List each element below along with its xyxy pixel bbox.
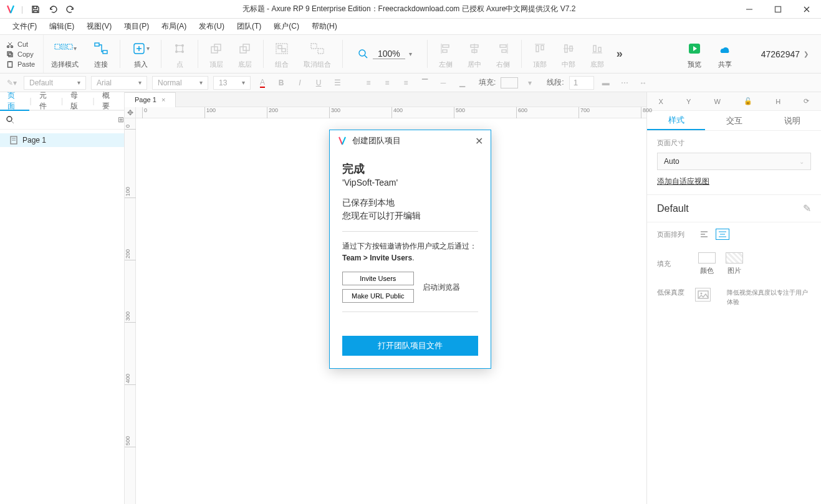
svg-rect-12 [95,43,99,46]
window-minimize-button[interactable] [735,0,764,19]
tab-outline[interactable]: 概要 [95,92,124,110]
svg-point-29 [359,50,365,56]
align-left-button[interactable]: 左侧 [431,35,460,73]
insert-button[interactable]: ▾ 插入 [124,35,157,73]
dist-bottom-button[interactable]: 底部 [583,35,612,73]
align-center-button[interactable]: 居中 [460,35,489,73]
italic-icon[interactable]: I [293,76,307,90]
close-tab-icon[interactable]: × [161,96,165,103]
tab-masters[interactable]: 母版 [63,92,92,110]
font-color-icon[interactable]: A [256,76,269,90]
dist-top-button[interactable]: 顶部 [526,35,554,73]
menu-arrange[interactable]: 布局(A) [155,19,193,34]
rp-tab-interact[interactable]: 交互 [705,111,763,130]
weight-select[interactable]: Normal▾ [152,76,208,90]
line-color-icon[interactable]: ▬ [599,76,613,90]
bullets-icon[interactable]: ☰ [330,76,344,90]
menu-help[interactable]: 帮助(H) [305,19,343,34]
dialog-team-name: 'VipSoft-Team' [342,178,478,188]
arrow-icon[interactable]: ↔ [636,76,650,90]
cut-button[interactable]: Cut [0,39,43,49]
edit-style-icon[interactable]: ✎ [803,202,811,214]
preview-button[interactable]: 预览 [679,39,709,69]
window-maximize-button[interactable] [764,0,792,19]
menu-file[interactable]: 文件(F) [6,19,43,34]
rotate-icon[interactable]: ⟳ [804,97,809,105]
color-swatch[interactable] [698,252,716,264]
rp-tab-style[interactable]: 样式 [647,111,705,130]
page-size-select[interactable]: Auto⌄ [657,153,811,170]
menu-account[interactable]: 账户(C) [267,19,305,34]
font-select[interactable]: Arial▾ [91,76,147,90]
align-left-icon[interactable]: ≡ [362,76,375,90]
open-team-project-button[interactable]: 打开团队项目文件 [342,336,478,356]
zoom-value[interactable]: 100% [373,49,405,59]
share-button[interactable]: 共享 [709,39,741,69]
fill-more-icon[interactable]: ▾ [523,76,537,90]
page-tab[interactable]: Page 1 × [125,92,176,107]
save-icon[interactable] [28,2,43,17]
copy-button[interactable]: Copy [0,49,43,59]
svg-point-2 [7,45,9,47]
ruler-corner[interactable]: ✥ [125,107,136,118]
size-select[interactable]: 13▾ [213,76,251,90]
tab-pages[interactable]: 页面 [0,92,29,111]
rp-tab-notes[interactable]: 说明 [763,111,821,130]
page-search-input[interactable] [19,116,113,125]
zoom-control[interactable]: 100%▾ [347,35,423,73]
menu-project[interactable]: 项目(P) [118,19,155,34]
ruler-horizontal[interactable]: 0 100 200 300 400 500 600 700 800 [136,107,646,118]
paint-format-icon[interactable]: ✎▾ [5,76,19,90]
account-button[interactable]: 47262947❯ [749,49,821,59]
fill-swatch[interactable] [501,77,518,88]
point-button[interactable]: 点 [165,35,194,73]
right-panel: XY W 🔓 H ⟳ 样式 交互 说明 页面尺寸 Auto⌄ 添加自适应视图 D… [646,92,821,504]
menu-view[interactable]: 视图(V) [80,19,118,34]
title-bar: | 无标题 - Axure RP 9 Enterprise Edition：Fr… [0,0,821,19]
select-mode-button[interactable]: ▾ 选择模式 [44,35,86,73]
redo-icon[interactable] [63,2,78,17]
svg-rect-27 [311,44,317,49]
menu-publish[interactable]: 发布(U) [193,19,231,34]
underline-icon[interactable]: U [312,76,325,90]
undo-icon[interactable] [46,2,60,17]
ruler-vertical[interactable]: 0 100 200 300 400 500 [125,118,136,504]
image-swatch[interactable] [726,252,743,264]
page-align-left-icon[interactable] [698,229,712,240]
menu-team[interactable]: 团队(T) [231,19,267,34]
window-close-button[interactable] [792,0,821,19]
valign-mid-icon[interactable]: ─ [436,76,450,90]
dist-middle-button[interactable]: 中部 [554,35,583,73]
valign-bot-icon[interactable]: ▁ [455,76,469,90]
toolbar-overflow-button[interactable]: » [612,35,628,73]
lock-icon[interactable]: 🔓 [744,97,752,105]
make-url-public-button[interactable]: Make URL Public [342,289,414,303]
ungroup-button[interactable]: 取消组合 [296,35,338,73]
menu-edit[interactable]: 编辑(E) [43,19,80,34]
page-tree-item[interactable]: Page 1 [0,133,124,147]
page-align-center-icon[interactable] [716,229,729,240]
style-select[interactable]: Default▾ [24,76,86,90]
connect-button[interactable]: 连接 [86,35,116,73]
group-button[interactable]: 组合 [267,35,296,73]
dialog-close-button[interactable]: ✕ [475,135,483,147]
align-right-icon[interactable]: ≡ [399,76,413,90]
align-right-button[interactable]: 右侧 [489,35,517,73]
add-page-icon[interactable]: ⊞ [118,115,124,125]
svg-rect-26 [282,49,286,52]
valign-top-icon[interactable]: ▔ [418,76,431,90]
create-team-dialog: 创建团队项目 ✕ 完成 'VipSoft-Team' 已保存到本地 您现在可以打… [329,130,491,369]
lofi-icon[interactable] [695,288,711,302]
bottom-layer-button[interactable]: 底层 [231,35,259,73]
menu-bar: 文件(F) 编辑(E) 视图(V) 项目(P) 布局(A) 发布(U) 团队(T… [0,19,821,35]
tab-widgets[interactable]: 元件 [32,92,61,110]
adaptive-view-link[interactable]: 添加自适应视图 [657,176,709,187]
page-size-label: 页面尺寸 [657,138,811,148]
invite-users-button[interactable]: Invite Users [342,272,414,285]
top-layer-button[interactable]: 顶层 [202,35,231,73]
line-style-icon[interactable]: ⋯ [618,76,631,90]
align-center-icon[interactable]: ≡ [380,76,394,90]
bold-icon[interactable]: B [274,76,288,90]
line-width-input[interactable] [569,76,594,90]
paste-button[interactable]: Paste [0,59,43,69]
